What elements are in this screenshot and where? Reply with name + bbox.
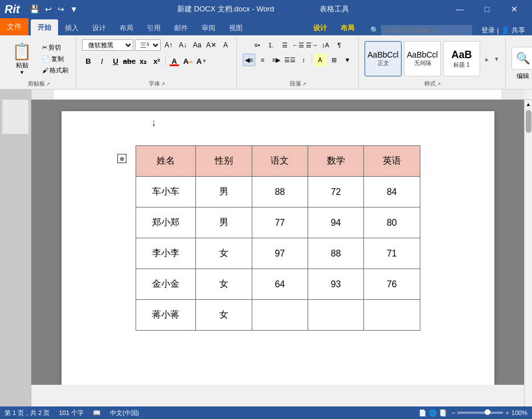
- cell-gender-4[interactable]: 女: [196, 269, 252, 300]
- cell-gender-2[interactable]: 男: [196, 208, 252, 238]
- font-increase-btn[interactable]: A↑: [162, 39, 175, 51]
- styles-scroll-up[interactable]: ▲: [482, 41, 490, 76]
- border-btn[interactable]: ⊞: [328, 54, 340, 66]
- tab-mailings[interactable]: 邮件: [167, 21, 195, 35]
- vertical-scrollbar[interactable]: ▲ ▼: [524, 100, 532, 406]
- document-table[interactable]: 姓名 性别 语文 数学 英语 车小车 男 88 72: [136, 145, 420, 331]
- font-size-selector[interactable]: 三号: [135, 39, 161, 51]
- scroll-thumb[interactable]: [526, 110, 531, 133]
- cell-english-1[interactable]: 84: [364, 177, 420, 208]
- sort-btn[interactable]: ↕A: [320, 39, 332, 51]
- font-decrease-btn[interactable]: A↓: [177, 39, 189, 51]
- tab-view[interactable]: 视图: [222, 21, 249, 35]
- search-icon-btn[interactable]: 🔍: [511, 47, 532, 70]
- line-spacing-btn[interactable]: ↕: [297, 54, 310, 66]
- view-web-btn[interactable]: 🌐: [429, 409, 437, 417]
- align-center-btn[interactable]: ≡: [256, 54, 269, 66]
- cut-button[interactable]: ✂ 剪切: [39, 42, 71, 53]
- font-expand-icon[interactable]: ↗: [161, 82, 165, 87]
- highlight-btn[interactable]: A▬: [182, 55, 194, 67]
- align-left-btn[interactable]: ◀≡: [243, 54, 255, 66]
- cell-math-3[interactable]: 88: [308, 238, 363, 269]
- zoom-in-btn[interactable]: +: [505, 409, 509, 416]
- cell-gender-1[interactable]: 男: [196, 177, 252, 208]
- tab-references[interactable]: 引用: [140, 21, 167, 35]
- styles-expand-icon[interactable]: ↗: [437, 82, 441, 87]
- tab-table-design[interactable]: 设计: [306, 21, 334, 35]
- multilevel-btn[interactable]: ☰: [279, 39, 291, 51]
- indent-increase-btn[interactable]: ☰→: [306, 39, 318, 51]
- redo-btn[interactable]: ↪: [56, 5, 66, 14]
- save-quick-btn[interactable]: 💾: [28, 5, 41, 14]
- minimize-btn[interactable]: —: [447, 0, 473, 18]
- subscript-button[interactable]: x₂: [137, 55, 149, 67]
- spell-check-icon[interactable]: 📖: [93, 409, 101, 417]
- styles-scroll-down[interactable]: ▼: [493, 41, 501, 76]
- style-heading1[interactable]: AaB 标题 1: [443, 41, 480, 76]
- font-style-btn[interactable]: A: [219, 39, 232, 51]
- tab-insert[interactable]: 插入: [58, 21, 85, 35]
- tab-design[interactable]: 设计: [85, 21, 113, 35]
- cell-chinese-1[interactable]: 88: [252, 177, 308, 208]
- numbering-btn[interactable]: 1.: [265, 39, 277, 51]
- font-clear-btn[interactable]: A✕: [205, 39, 218, 51]
- cell-math-1[interactable]: 72: [308, 177, 363, 208]
- cell-name-3[interactable]: 李小李: [136, 238, 196, 269]
- format-painter-button[interactable]: 🖌 格式刷: [39, 65, 71, 76]
- language-status[interactable]: 中文(中国): [110, 409, 139, 417]
- cell-english-3[interactable]: 71: [364, 238, 420, 269]
- text-color-btn[interactable]: A: [168, 55, 181, 67]
- tab-file[interactable]: 文件: [0, 18, 28, 35]
- cell-english-4[interactable]: 76: [364, 269, 420, 300]
- font-case-btn[interactable]: Aa: [191, 39, 203, 51]
- clipboard-expand-icon[interactable]: ↗: [46, 82, 50, 87]
- tab-review[interactable]: 审阅: [195, 21, 222, 35]
- align-right-btn[interactable]: ≡▶: [270, 54, 283, 66]
- zoom-level[interactable]: 100%: [511, 409, 527, 416]
- tab-table-layout[interactable]: 布局: [334, 21, 361, 35]
- cell-name-5[interactable]: 蒋小蒋: [136, 300, 196, 331]
- paste-button[interactable]: 📋 粘贴 ▼: [7, 39, 37, 78]
- cell-gender-3[interactable]: 女: [196, 238, 252, 269]
- para-more-btn[interactable]: ▼: [341, 54, 354, 66]
- zoom-out-btn[interactable]: −: [452, 409, 455, 416]
- view-outline-btn[interactable]: 📑: [439, 409, 447, 417]
- superscript-button[interactable]: x²: [150, 55, 163, 67]
- cell-name-2[interactable]: 郑小郑: [136, 208, 196, 238]
- cell-name-1[interactable]: 车小车: [136, 177, 196, 208]
- cell-english-2[interactable]: 80: [364, 208, 420, 238]
- strikethrough-button[interactable]: abc: [123, 55, 136, 67]
- scroll-up-btn[interactable]: ▲: [525, 100, 533, 109]
- underline-button[interactable]: U: [109, 55, 122, 67]
- cell-math-5[interactable]: [308, 300, 363, 331]
- bold-button[interactable]: B: [82, 55, 95, 67]
- indent-decrease-btn[interactable]: ←☰: [292, 39, 305, 51]
- copy-button[interactable]: 📄 复制: [39, 54, 71, 64]
- table-move-handle[interactable]: ⊕: [117, 154, 126, 163]
- tab-home[interactable]: 开始: [31, 19, 58, 35]
- style-normal[interactable]: AaBbCcl 正文: [365, 41, 402, 76]
- shading-btn[interactable]: A: [314, 54, 326, 66]
- more-quick-btn[interactable]: ▼: [68, 5, 80, 14]
- para-expand-icon[interactable]: ↗: [302, 82, 306, 87]
- bullets-btn[interactable]: ≡•: [251, 39, 264, 51]
- justify-btn[interactable]: ☰☰: [284, 54, 296, 66]
- cell-gender-5[interactable]: 女: [196, 300, 252, 331]
- cell-name-4[interactable]: 金小金: [136, 269, 196, 300]
- cell-math-4[interactable]: 93: [308, 269, 363, 300]
- search-input[interactable]: [381, 25, 472, 35]
- close-btn[interactable]: ✕: [501, 0, 527, 18]
- undo-btn[interactable]: ↩: [43, 5, 54, 14]
- font-name-selector[interactable]: 微软雅黑: [82, 39, 133, 51]
- share-btn[interactable]: 👤 共享: [501, 26, 525, 35]
- tab-layout[interactable]: 布局: [113, 21, 140, 35]
- cell-chinese-2[interactable]: 77: [252, 208, 308, 238]
- cell-chinese-4[interactable]: 64: [252, 269, 308, 300]
- text-shade-btn[interactable]: A▼: [195, 55, 208, 67]
- show-marks-btn[interactable]: ¶: [333, 39, 346, 51]
- maximize-btn[interactable]: □: [474, 0, 500, 18]
- cell-math-2[interactable]: 94: [308, 208, 363, 238]
- view-print-btn[interactable]: 📄: [419, 409, 427, 417]
- cell-chinese-5[interactable]: [252, 300, 308, 331]
- cell-english-5[interactable]: [364, 300, 420, 331]
